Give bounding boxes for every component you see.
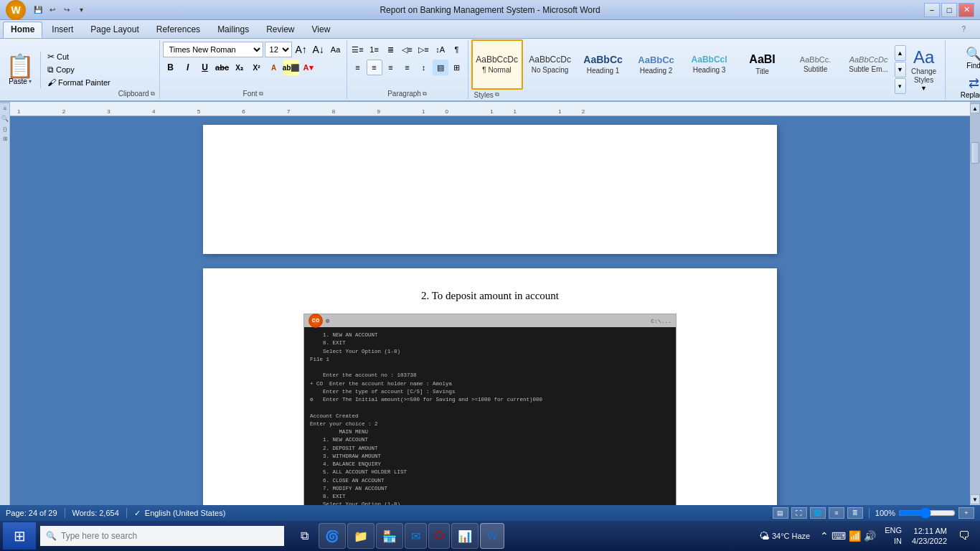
- justify-button[interactable]: ≡: [400, 60, 415, 75]
- align-right-button[interactable]: ≡: [383, 60, 399, 75]
- style-subtle-emphasis[interactable]: AaBbCcDc Subtle Em...: [843, 39, 895, 90]
- style-heading-1[interactable]: AaBbCc Heading 1: [578, 39, 629, 90]
- decrease-indent-button[interactable]: ◁≡: [400, 42, 415, 57]
- replace-button[interactable]: ⇄ Replace: [957, 74, 980, 100]
- ppt-app-button[interactable]: 📊: [451, 523, 479, 549]
- clear-format-button[interactable]: Aa: [328, 42, 344, 57]
- tab-mailings[interactable]: Mailings: [209, 22, 257, 38]
- tab-references[interactable]: References: [149, 22, 208, 38]
- copy-button[interactable]: ⧉ Copy: [45, 64, 113, 75]
- chevron-up-icon[interactable]: ⌃: [820, 530, 829, 542]
- network-icon[interactable]: 📶: [849, 530, 861, 542]
- ruler-main[interactable]: 1 2 3 4 5 6 7 8 9 10 11 12: [10, 102, 970, 116]
- paste-button[interactable]: 📋 Paste ▾: [0, 52, 41, 88]
- word-app-button[interactable]: W: [480, 523, 504, 549]
- outline-view-button[interactable]: ≡: [829, 507, 844, 519]
- tab-home[interactable]: Home: [3, 22, 42, 38]
- format-painter-button[interactable]: 🖌 Format Painter: [45, 77, 113, 88]
- zoom-slider[interactable]: [898, 509, 956, 517]
- edge-app-button[interactable]: 🌀: [319, 523, 346, 549]
- store-app-button[interactable]: 🏪: [376, 523, 403, 549]
- print-layout-view-button[interactable]: ▤: [773, 507, 788, 519]
- document-page-2[interactable]: 2. To deposit amount in account co ⚙ C:\…: [203, 268, 777, 527]
- style-normal[interactable]: AaBbCcDc ¶ Normal: [471, 39, 523, 90]
- tab-review[interactable]: Review: [258, 22, 302, 38]
- save-quick-button[interactable]: 💾: [32, 4, 44, 17]
- help-icon[interactable]: ?: [961, 25, 980, 33]
- multilevel-list-button[interactable]: ≣: [383, 42, 399, 57]
- mail-app-button[interactable]: ✉: [405, 523, 427, 549]
- web-layout-view-button[interactable]: 🌐: [810, 507, 826, 519]
- style-heading-3[interactable]: AaBbCcl Heading 3: [684, 39, 735, 90]
- line-spacing-button[interactable]: ↕: [416, 60, 432, 75]
- subscript-button[interactable]: X₂: [232, 60, 248, 75]
- superscript-button[interactable]: X²: [249, 60, 265, 75]
- scroll-down-arrow[interactable]: ▼: [970, 494, 980, 504]
- close-button[interactable]: ✕: [958, 3, 974, 17]
- style-no-spacing[interactable]: AaBbCcDc No Spacing: [524, 39, 576, 90]
- style-subtitle[interactable]: AaBbCc. Subtitle: [790, 39, 842, 90]
- draft-view-button[interactable]: ≣: [847, 507, 863, 519]
- language-label[interactable]: English (United States): [145, 509, 226, 517]
- start-button[interactable]: ⊞: [3, 522, 36, 550]
- show-formatting-button[interactable]: ¶: [449, 42, 465, 57]
- style-scroll-down-button[interactable]: ▼: [895, 62, 906, 77]
- sort-button[interactable]: ↕A: [433, 42, 448, 57]
- increase-indent-button[interactable]: ▷≡: [416, 42, 432, 57]
- minimize-button[interactable]: −: [924, 3, 940, 17]
- undo-quick-button[interactable]: ↩: [46, 4, 59, 17]
- decrease-font-button[interactable]: A↓: [311, 42, 326, 57]
- text-effects-button[interactable]: A: [266, 60, 282, 75]
- opera-app-button[interactable]: O: [428, 523, 450, 549]
- paste-dropdown-icon[interactable]: ▾: [29, 78, 32, 85]
- volume-icon[interactable]: 🔊: [864, 530, 876, 542]
- strikethrough-button[interactable]: abc: [215, 60, 230, 75]
- task-view-button[interactable]: ⧉: [291, 523, 317, 549]
- scroll-thumb[interactable]: [971, 142, 979, 164]
- increase-font-button[interactable]: A↑: [293, 42, 309, 57]
- office-orb-button[interactable]: W: [6, 0, 26, 20]
- style-heading-2[interactable]: AaBbCc Heading 2: [631, 39, 682, 90]
- scroll-up-arrow[interactable]: ▲: [970, 103, 980, 113]
- tab-view[interactable]: View: [304, 22, 339, 38]
- borders-button[interactable]: ⊞: [449, 60, 465, 75]
- font-color-button[interactable]: A▾: [301, 60, 316, 75]
- explorer-app-button[interactable]: 📁: [347, 523, 374, 549]
- left-panel-btn-1[interactable]: ≡: [0, 103, 10, 113]
- style-scroll-up-button[interactable]: ▲: [895, 45, 906, 61]
- styles-expand-icon[interactable]: ⧉: [495, 91, 499, 98]
- system-clock[interactable]: 12:11 AM 4/23/2022: [908, 526, 951, 547]
- underline-button[interactable]: U: [197, 60, 213, 75]
- clipboard-expand-icon[interactable]: ⧉: [151, 90, 155, 98]
- full-screen-view-button[interactable]: ⛶: [791, 507, 807, 519]
- change-styles-button[interactable]: Aa ChangeStyles ▼: [906, 44, 942, 95]
- scroll-track[interactable]: [970, 113, 980, 494]
- language-indicator[interactable]: ENG IN: [882, 525, 905, 547]
- left-panel-btn-2[interactable]: 🔍: [0, 113, 10, 123]
- align-center-button[interactable]: ≡: [367, 60, 382, 75]
- tab-page-layout[interactable]: Page Layout: [83, 22, 146, 38]
- paragraph-expand-icon[interactable]: ⧉: [423, 90, 427, 98]
- vertical-scrollbar[interactable]: ▲ ▼ ⊞: [970, 103, 980, 512]
- style-more-button[interactable]: ▾: [895, 78, 906, 94]
- shading-button[interactable]: ▤: [433, 60, 448, 75]
- bold-button[interactable]: B: [163, 60, 179, 75]
- customize-quick-button[interactable]: ▾: [75, 4, 88, 17]
- maximize-button[interactable]: □: [941, 3, 957, 17]
- tab-insert[interactable]: Insert: [44, 22, 81, 38]
- notification-button[interactable]: 🗨: [954, 523, 974, 549]
- font-expand-icon[interactable]: ⧉: [259, 90, 263, 98]
- highlight-button[interactable]: ab⬛: [283, 60, 299, 75]
- align-left-button[interactable]: ≡: [350, 60, 366, 75]
- style-title[interactable]: AaBI Title: [737, 39, 788, 90]
- zoom-in-button[interactable]: +: [958, 507, 974, 519]
- font-name-select[interactable]: Times New Roman: [163, 42, 263, 57]
- find-button[interactable]: 🔍 Find: [957, 44, 980, 71]
- cut-button[interactable]: ✂ Cut: [45, 51, 113, 62]
- italic-button[interactable]: I: [180, 60, 196, 75]
- left-panel-btn-3[interactable]: {}: [0, 123, 10, 133]
- bullets-button[interactable]: ☰≡: [350, 42, 366, 57]
- redo-quick-button[interactable]: ↪: [60, 4, 73, 17]
- taskbar-search-box[interactable]: 🔍: [40, 526, 284, 546]
- left-panel-btn-4[interactable]: ⊞: [0, 133, 10, 143]
